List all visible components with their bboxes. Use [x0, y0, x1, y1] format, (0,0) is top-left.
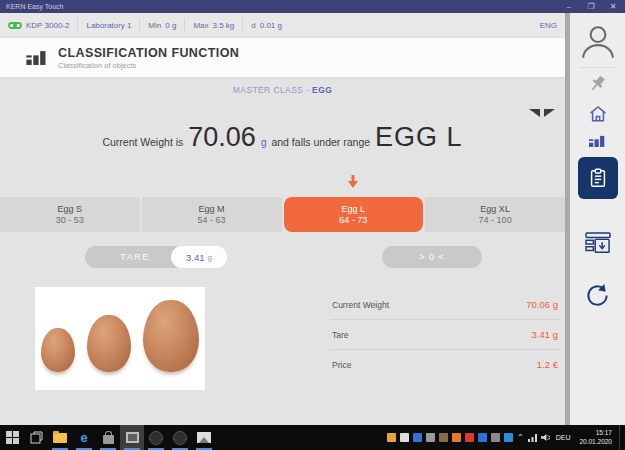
spec-d: d 0.01 g [243, 18, 290, 32]
egg-small-image [41, 328, 75, 372]
tray-icon[interactable] [426, 433, 435, 442]
photos-button[interactable] [192, 425, 216, 450]
home-icon [588, 104, 608, 124]
network-icon[interactable] [528, 434, 537, 442]
tray-icon[interactable] [452, 433, 461, 442]
table-row-price: Price 1.2 € [330, 350, 560, 379]
sidebar [570, 13, 625, 425]
class-button-egg-xl[interactable]: Egg XL 74 - 100 [425, 197, 565, 232]
tare-value-display: 3.41 g [171, 246, 227, 268]
show-desktop-button[interactable] [619, 425, 623, 450]
vertical-scrollbar[interactable] [565, 13, 570, 425]
zero-button[interactable]: > 0 < [382, 246, 482, 268]
tray-icon[interactable] [491, 433, 500, 442]
classification-icon [26, 49, 48, 66]
clock-date: 20.01.2020 [579, 438, 612, 446]
tray-icon[interactable] [400, 433, 409, 442]
folder-icon [53, 433, 67, 443]
class-range-row: Egg S 30 - 53 Egg M 54 - 63 Egg L 64 - 7… [0, 197, 565, 232]
app-button-2[interactable] [168, 425, 192, 450]
task-view-button[interactable] [24, 425, 48, 450]
device-connection[interactable]: KDP 3000-2 [0, 18, 78, 32]
spec-max: Max 3.5 kg [185, 18, 243, 32]
clipboard-icon [587, 167, 609, 189]
export-icon [585, 232, 611, 256]
edge-icon: e [80, 431, 87, 444]
keyboard-language[interactable]: DEU [554, 434, 573, 441]
store-bag-icon [103, 435, 114, 444]
edge-button[interactable]: e [72, 425, 96, 450]
page-title: CLASSIFICATION FUNCTION [58, 46, 239, 60]
windows-taskbar: e [0, 425, 625, 450]
minimize-button[interactable]: – [563, 2, 575, 11]
table-row-current-weight: Current Weight 70.06 g [330, 290, 560, 320]
weight-prefix: Current Weight is [102, 136, 183, 148]
tray-icon[interactable] [387, 433, 396, 442]
measurement-table: Current Weight 70.06 g Tare 3.41 g Price… [330, 290, 560, 379]
matched-class: EGG L [375, 122, 463, 153]
close-button[interactable]: ✕ [607, 2, 619, 11]
active-app-button[interactable] [120, 425, 144, 450]
profile-name[interactable]: Laboratory 1 [78, 18, 140, 32]
tare-control: TARE 3.41 g [85, 246, 227, 268]
current-weight-value: 70.06 [188, 122, 256, 153]
collapse-icon[interactable] [529, 104, 555, 122]
link-icon [8, 21, 22, 30]
sidebar-divider [579, 67, 617, 68]
sidebar-item-home[interactable] [588, 104, 608, 124]
photos-icon [197, 432, 211, 443]
tray-icon[interactable] [465, 433, 474, 442]
app-button-1[interactable] [144, 425, 168, 450]
content-body: MASTER CLASS - EGG Current Weight is 70.… [0, 78, 565, 425]
windows-logo-icon [6, 431, 19, 444]
task-view-icon [30, 431, 43, 444]
tray-icon[interactable] [478, 433, 487, 442]
sidebar-item-pin[interactable] [588, 74, 608, 94]
class-button-egg-s[interactable]: Egg S 30 - 53 [0, 197, 140, 232]
system-tray: ⌃ DEU 15:17 20.01.2020 [387, 425, 625, 450]
class-button-egg-m[interactable]: Egg M 54 - 63 [142, 197, 282, 232]
page-subtitle: Classification of objects [58, 61, 239, 70]
round-app-icon [173, 431, 187, 445]
tray-icon[interactable] [413, 433, 422, 442]
app-window: KERN Easy Touch – ❐ ✕ KDP 3000-2 Laborat… [0, 0, 625, 450]
device-bar: KDP 3000-2 Laboratory 1 Min 0 g Max 3.5 … [0, 13, 565, 38]
active-app-icon [126, 432, 139, 443]
current-weight-unit: g [261, 137, 267, 148]
sidebar-item-export[interactable] [585, 232, 611, 256]
spec-min: Min 0 g [140, 18, 185, 32]
user-icon [579, 23, 617, 61]
refresh-icon [584, 282, 611, 309]
master-class-link[interactable]: MASTER CLASS - EGG [0, 85, 565, 95]
start-button[interactable] [0, 425, 24, 450]
scrollbar-thumb[interactable] [565, 13, 570, 425]
egg-large-image [143, 300, 199, 372]
pin-icon [588, 74, 608, 94]
title-bar: KERN Easy Touch – ❐ ✕ [0, 0, 625, 13]
function-header: CLASSIFICATION FUNCTION Classification o… [0, 38, 565, 78]
chevron-up-icon[interactable]: ⌃ [517, 434, 524, 442]
file-explorer-button[interactable] [48, 425, 72, 450]
taskbar-clock[interactable]: 15:17 20.01.2020 [576, 429, 615, 446]
sidebar-item-classification[interactable] [589, 134, 606, 148]
sidebar-item-user[interactable] [579, 23, 617, 61]
window-title: KERN Easy Touch [6, 3, 563, 10]
tray-icon[interactable] [439, 433, 448, 442]
sidebar-item-refresh[interactable] [584, 282, 611, 309]
weight-middle: and falls under range [271, 136, 370, 148]
tray-icon[interactable] [504, 433, 513, 442]
weight-sentence: Current Weight is 70.06 g and falls unde… [0, 122, 565, 153]
tare-button[interactable]: TARE [85, 246, 185, 268]
sidebar-item-report-active[interactable] [578, 157, 618, 199]
device-name: KDP 3000-2 [26, 21, 69, 30]
range-pointer-arrow-icon [348, 174, 358, 192]
store-button[interactable] [96, 425, 120, 450]
egg-size-image [35, 287, 205, 390]
table-row-tare: Tare 3.41 g [330, 320, 560, 350]
volume-icon[interactable] [541, 433, 550, 442]
language-indicator[interactable]: ENG [540, 21, 565, 30]
maximize-button[interactable]: ❐ [585, 2, 597, 11]
clock-time: 15:17 [579, 429, 612, 437]
class-button-egg-l[interactable]: Egg L 64 - 73 [284, 197, 424, 232]
bar-chart-icon [589, 134, 606, 148]
